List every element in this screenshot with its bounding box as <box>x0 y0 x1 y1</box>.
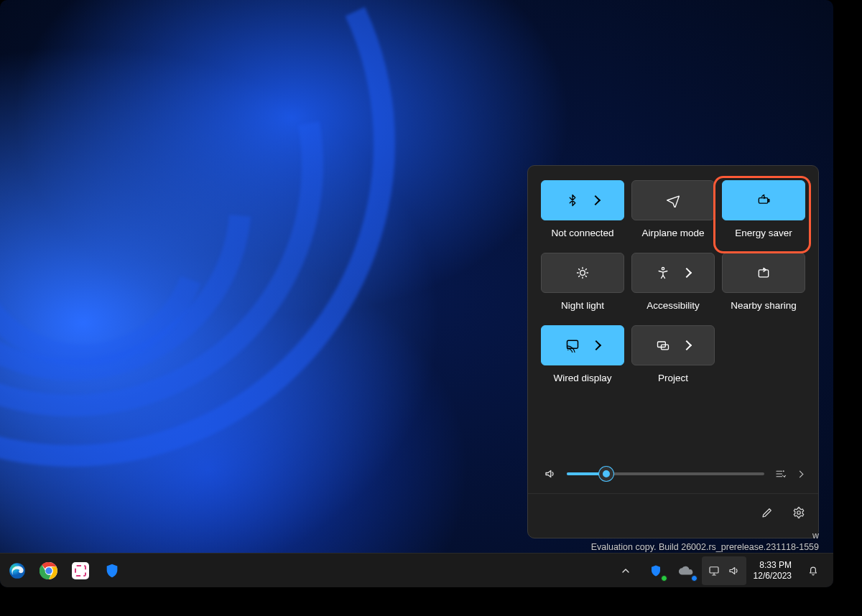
airplane-icon <box>666 193 680 207</box>
settings-button[interactable] <box>792 506 805 519</box>
svg-point-2 <box>580 271 585 276</box>
cast-toggle[interactable] <box>541 325 624 365</box>
tile-project: Project <box>631 325 715 383</box>
desktop-watermark: w Evaluation copy. Build 26002.rs_prerel… <box>591 530 819 554</box>
bluetooth-label: Not connected <box>551 228 613 238</box>
desktop-wallpaper[interactable]: Not connected Airplane mode <box>0 0 833 587</box>
tile-energy-saver: Energy saver <box>722 180 805 238</box>
bluetooth-toggle[interactable] <box>541 180 624 220</box>
nearby-sharing-label: Nearby sharing <box>731 300 797 311</box>
svg-rect-0 <box>759 198 768 204</box>
taskbar-date: 12/6/2023 <box>754 571 792 582</box>
cast-icon <box>565 338 580 353</box>
energy-saver-label: Energy saver <box>735 228 792 238</box>
tray-windows-security-icon[interactable] <box>641 556 670 585</box>
tile-airplane: Airplane mode <box>631 180 715 238</box>
svg-rect-5 <box>567 340 578 348</box>
taskbar-system-tray: 8:33 PM 12/6/2023 <box>611 556 828 585</box>
volume-icon[interactable] <box>544 467 557 480</box>
volume-tray-icon <box>728 564 741 577</box>
tray-network-volume-group[interactable] <box>702 556 746 585</box>
chevron-right-icon <box>682 268 692 278</box>
tile-nearby-sharing: Nearby sharing <box>722 253 805 311</box>
volume-slider-thumb[interactable] <box>599 467 613 481</box>
tray-onedrive-icon[interactable] <box>672 556 700 585</box>
energy-saver-icon <box>756 193 771 207</box>
taskbar-clock[interactable]: 8:33 PM 12/6/2023 <box>748 560 797 582</box>
night-light-toggle[interactable] <box>541 253 624 293</box>
audio-output-icon[interactable] <box>774 467 787 480</box>
accessibility-toggle[interactable] <box>631 253 715 293</box>
quick-settings-grid: Not connected Airplane mode <box>541 180 805 383</box>
taskbar-app-windows-security[interactable] <box>98 556 126 585</box>
tray-overflow-button[interactable] <box>611 556 640 585</box>
watermark-line2: Evaluation copy. Build 26002.rs_prerelea… <box>591 541 819 553</box>
quick-settings-footer <box>528 493 818 531</box>
airplane-label: Airplane mode <box>641 228 704 238</box>
energy-saver-toggle[interactable] <box>722 180 805 220</box>
taskbar: 8:33 PM 12/6/2023 <box>0 553 833 587</box>
chevron-right-icon[interactable] <box>797 470 804 477</box>
svg-point-6 <box>567 349 569 350</box>
tile-cast: Wired display <box>541 325 624 383</box>
chevron-right-icon <box>590 195 601 205</box>
project-toggle[interactable] <box>631 325 715 365</box>
volume-slider[interactable] <box>567 472 764 475</box>
bluetooth-icon <box>566 194 579 207</box>
taskbar-pinned-apps <box>3 556 126 585</box>
taskbar-app-edge[interactable] <box>3 556 32 585</box>
airplane-toggle[interactable] <box>631 180 715 220</box>
svg-rect-4 <box>759 270 768 277</box>
cast-label: Wired display <box>553 373 611 383</box>
nearby-sharing-toggle[interactable] <box>722 253 805 293</box>
night-light-label: Night light <box>561 300 604 311</box>
volume-row <box>541 454 805 493</box>
watermark-line1: w <box>591 530 819 541</box>
accessibility-icon <box>656 266 670 280</box>
svg-point-9 <box>783 470 784 472</box>
taskbar-app-chrome[interactable] <box>34 556 63 585</box>
tile-bluetooth: Not connected <box>541 180 624 238</box>
svg-point-3 <box>662 268 664 270</box>
edit-quick-settings-button[interactable] <box>761 506 774 519</box>
quick-settings-panel: Not connected Airplane mode <box>527 165 819 538</box>
accessibility-label: Accessibility <box>646 300 700 311</box>
network-icon <box>708 564 720 577</box>
svg-rect-1 <box>768 200 769 202</box>
tile-accessibility: Accessibility <box>631 253 715 311</box>
tile-night-light: Night light <box>541 253 624 311</box>
project-label: Project <box>658 373 688 383</box>
svg-point-11 <box>797 510 801 514</box>
chevron-right-icon <box>682 340 692 350</box>
notifications-button[interactable] <box>799 556 828 585</box>
status-ok-badge <box>661 575 667 582</box>
chevron-right-icon <box>591 340 601 350</box>
svg-rect-16 <box>710 566 718 572</box>
nearby-sharing-icon <box>756 266 771 280</box>
taskbar-time: 8:33 PM <box>754 560 792 571</box>
project-icon <box>656 338 670 353</box>
taskbar-app-snipping-tool[interactable] <box>66 556 95 585</box>
status-info-badge <box>691 575 698 582</box>
night-light-icon <box>575 266 590 280</box>
